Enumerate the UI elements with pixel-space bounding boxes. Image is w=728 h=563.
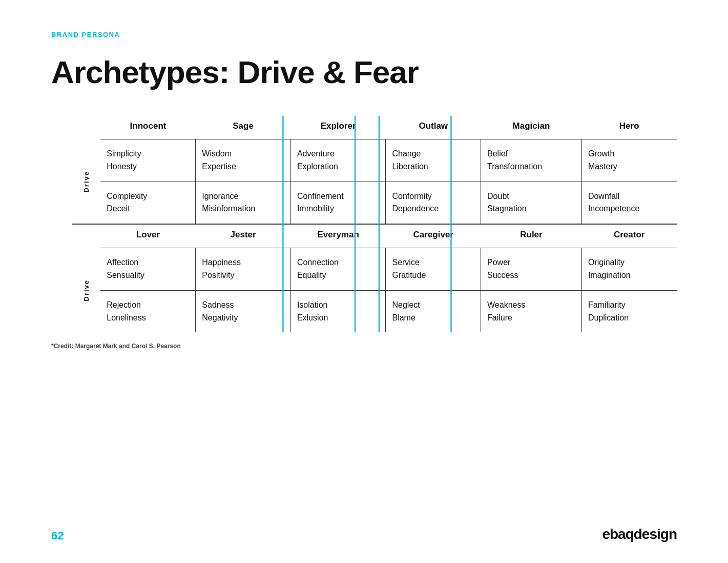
caregiver-fear-text: Neglect Blame <box>392 299 474 325</box>
header-row-2: Lover Jester Everyman Caregiver Ruler Cr… <box>72 224 677 248</box>
cell-hero-drive: Growth Mastery <box>581 139 677 182</box>
magician-fear-text: Doubt Stagnation <box>487 190 575 216</box>
col-header-outlaw: Outlaw <box>386 116 481 139</box>
innocent-drive-text: Simplicity Honesty <box>107 148 189 173</box>
page-footer: 62 ebaqdesign <box>51 526 677 542</box>
cell-explorer-drive: Adventure Exploration <box>290 139 386 182</box>
caregiver-drive-text: Service Gratitude <box>392 256 474 282</box>
everyman-drive-text: Connection Equality <box>297 256 380 282</box>
cell-caregiver-fear: Neglect Blame <box>386 290 481 332</box>
col-header-innocent: Innocent <box>100 116 196 139</box>
hero-fear-text: Downfall Incompetence <box>588 190 671 216</box>
cell-ruler-fear: Weakness Failure <box>481 290 582 332</box>
drive-row-2: Drive Affection Sensuality Happiness Pos… <box>72 248 677 291</box>
cell-creator-fear: Familiarity Duplication <box>581 290 677 332</box>
cell-explorer-fear: Confinement Immobility <box>290 182 386 224</box>
col-header-creator: Creator <box>581 224 677 248</box>
cell-everyman-fear: Isolation Exlusion <box>290 290 386 332</box>
page-container: BRAND PERSONA Archetypes: Drive & Fear <box>0 0 728 380</box>
cell-creator-drive: Originality Imagination <box>581 248 677 291</box>
col-header-caregiver: Caregiver <box>386 224 481 248</box>
cell-sage-fear: Ignorance Misinformation <box>196 182 291 224</box>
credit-text: *Credit: Margaret Mark and Carol S. Pear… <box>51 343 677 350</box>
header-row-1: Innocent Sage Explorer Outlaw Magician H… <box>72 116 677 139</box>
magician-drive-text: Belief Transformation <box>487 148 575 173</box>
corner-cell <box>72 116 100 139</box>
hero-drive-text: Growth Mastery <box>588 148 671 173</box>
archetypes-table: Innocent Sage Explorer Outlaw Magician H… <box>72 116 677 332</box>
col-header-ruler: Ruler <box>481 224 582 248</box>
cell-magician-fear: Doubt Stagnation <box>481 182 582 224</box>
creator-fear-text: Familiarity Duplication <box>588 299 671 325</box>
innocent-fear-text: Complexity Deceit <box>107 190 189 216</box>
col-header-jester: Jester <box>196 224 291 248</box>
creator-drive-text: Originality Imagination <box>588 256 671 282</box>
ruler-drive-text: Power Success <box>487 256 575 282</box>
jester-drive-text: Happiness Positivity <box>202 256 284 282</box>
drive-label-1: Drive <box>72 139 100 225</box>
sage-fear-text: Ignorance Misinformation <box>202 190 284 216</box>
jester-fear-text: Sadness Negativity <box>202 299 284 325</box>
brand-logo: ebaqdesign <box>602 526 677 542</box>
cell-innocent-fear: Complexity Deceit <box>100 182 196 224</box>
cell-outlaw-drive: Change Liberation <box>386 139 481 182</box>
cell-outlaw-fear: Conformity Dependence <box>386 182 481 224</box>
outlaw-drive-text: Change Liberation <box>392 148 474 173</box>
cell-lover-drive: Affection Sensuality <box>100 248 196 291</box>
cell-sage-drive: Wisdom Expertise <box>196 139 291 182</box>
corner-cell-2 <box>72 224 100 248</box>
ruler-fear-text: Weakness Failure <box>487 299 575 325</box>
col-header-explorer: Explorer <box>290 116 386 139</box>
cell-jester-fear: Sadness Negativity <box>196 290 291 332</box>
col-header-sage: Sage <box>196 116 291 139</box>
sage-drive-text: Wisdom Expertise <box>202 148 284 173</box>
cell-lover-fear: Rejection Loneliness <box>100 290 196 332</box>
cell-hero-fear: Downfall Incompetence <box>581 182 677 224</box>
main-title: Archetypes: Drive & Fear <box>51 54 677 90</box>
drive-label-2: Drive <box>72 248 100 333</box>
cell-caregiver-drive: Service Gratitude <box>386 248 481 291</box>
explorer-drive-text: Adventure Exploration <box>297 148 380 173</box>
brand-label: BRAND PERSONA <box>51 31 677 38</box>
cell-magician-drive: Belief Transformation <box>481 139 582 182</box>
col-header-everyman: Everyman <box>290 224 386 248</box>
col-header-hero: Hero <box>581 116 677 139</box>
fear-row-2: Rejection Loneliness Sadness Negativity … <box>72 290 677 332</box>
explorer-fear-text: Confinement Immobility <box>297 190 380 216</box>
col-header-magician: Magician <box>481 116 582 139</box>
everyman-fear-text: Isolation Exlusion <box>297 299 380 325</box>
cell-innocent-drive: Simplicity Honesty <box>100 139 196 182</box>
drive-row-1: Drive Simplicity Honesty Wisdom Expertis… <box>72 139 677 182</box>
page-number: 62 <box>51 529 64 542</box>
cell-everyman-drive: Connection Equality <box>290 248 386 291</box>
cell-ruler-drive: Power Success <box>481 248 582 291</box>
lover-fear-text: Rejection Loneliness <box>107 299 189 325</box>
cell-jester-drive: Happiness Positivity <box>196 248 291 291</box>
lover-drive-text: Affection Sensuality <box>107 256 189 282</box>
fear-row-1: Complexity Deceit Ignorance Misinformati… <box>72 182 677 224</box>
col-header-lover: Lover <box>100 224 196 248</box>
table-wrapper: Innocent Sage Explorer Outlaw Magician H… <box>72 116 677 332</box>
outlaw-fear-text: Conformity Dependence <box>392 190 474 216</box>
